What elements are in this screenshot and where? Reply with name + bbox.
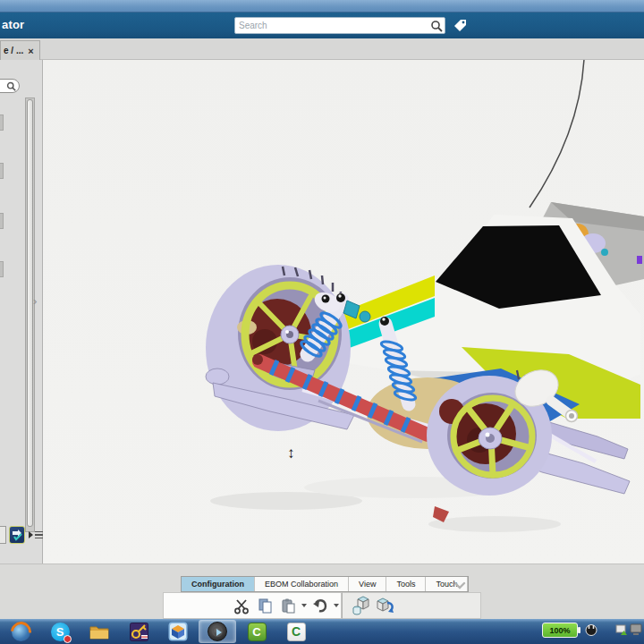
- rc-buggy-model[interactable]: [44, 60, 644, 564]
- tree-item-clipped: [0, 213, 4, 229]
- tab-close-icon[interactable]: ×: [28, 47, 33, 55]
- ribbon-area: Configuration EBOM Collaboration View To…: [0, 564, 644, 619]
- sync-structure-icon[interactable]: [373, 594, 396, 617]
- ribbon-tab-tools[interactable]: Tools: [386, 577, 426, 591]
- cut-icon[interactable]: [230, 594, 253, 617]
- app-title: ator: [2, 18, 24, 31]
- search-input[interactable]: [235, 21, 428, 30]
- display-tray-icon[interactable]: [630, 623, 642, 640]
- license-key-icon: [130, 623, 148, 641]
- document-tabbar: e / ... ×: [0, 38, 644, 60]
- panel-expand-chevron-icon[interactable]: ›: [33, 295, 37, 307]
- ribbon-tab-configuration[interactable]: Configuration: [182, 577, 255, 591]
- battery-label: 100%: [549, 626, 570, 635]
- battery-indicator[interactable]: 100%: [542, 623, 578, 638]
- skype-busy-badge: [64, 635, 72, 643]
- scrollbar-thumb[interactable]: [27, 99, 33, 527]
- sidebar-scrollbar[interactable]: [25, 97, 35, 532]
- validate-structure-icon[interactable]: [9, 526, 25, 544]
- paste-dropdown-icon[interactable]: [301, 604, 307, 607]
- app-banner: ator: [0, 13, 644, 38]
- windows-taskbar: S C C 100%: [0, 619, 644, 644]
- remove-hardware-icon[interactable]: [615, 623, 628, 640]
- model-toolbar: [342, 592, 481, 619]
- skype-icon: S: [51, 623, 70, 641]
- taskbar-item-file-explorer[interactable]: [80, 620, 118, 643]
- partial-clipped-icon[interactable]: [0, 526, 6, 544]
- tag-icon[interactable]: [453, 18, 468, 37]
- motion-controller-icon: [208, 622, 227, 641]
- edit-toolbar: [163, 592, 342, 619]
- camtasia-studio-icon: C: [287, 623, 306, 641]
- taskbar-item-camtasia-recorder[interactable]: C: [238, 620, 275, 643]
- taskbar-item-skype[interactable]: S: [41, 620, 79, 643]
- power-plug-icon[interactable]: [583, 623, 599, 640]
- window-titlebar[interactable]: [0, 0, 644, 13]
- taskbar-item-camtasia-studio[interactable]: C: [277, 620, 315, 643]
- document-tab-label: e / ...: [4, 46, 23, 55]
- vertical-resize-cursor: ↕: [287, 445, 295, 462]
- document-tab[interactable]: e / ... ×: [0, 40, 40, 60]
- sidebar-bottom-toolbar: [0, 524, 43, 546]
- undo-dropdown-icon[interactable]: [334, 604, 339, 607]
- undo-icon[interactable]: [309, 594, 332, 617]
- ribbon-tab-view[interactable]: View: [349, 577, 386, 591]
- 3d-viewport[interactable]: ↕: [44, 60, 644, 564]
- copy-icon[interactable]: [253, 594, 276, 617]
- taskbar-item-firefox[interactable]: [2, 620, 39, 643]
- taskbar-item-license-key-tool[interactable]: [120, 620, 157, 643]
- ribbon-tab-ebom-collaboration[interactable]: EBOM Collaboration: [255, 577, 349, 591]
- tree-item-clipped: [0, 163, 4, 179]
- structure-sidebar: ›: [0, 60, 43, 564]
- firefox-icon: [12, 623, 30, 641]
- application-window: ator e / ... × ›: [0, 0, 644, 644]
- paste-icon[interactable]: [276, 594, 300, 617]
- camtasia-recorder-icon: C: [248, 623, 267, 641]
- sidebar-search[interactable]: [0, 79, 20, 93]
- load-structure-icon[interactable]: [350, 594, 373, 617]
- menu-list-icon[interactable]: [35, 531, 43, 539]
- folder-icon: [89, 623, 109, 640]
- expand-arrow-icon[interactable]: [29, 531, 33, 538]
- global-search[interactable]: [234, 17, 445, 34]
- cad-viewer-icon: [168, 622, 188, 641]
- search-icon[interactable]: [428, 19, 445, 33]
- taskbar-item-cad-viewer[interactable]: [159, 620, 197, 643]
- antenna[interactable]: [530, 60, 584, 208]
- tree-item-clipped: [0, 114, 4, 131]
- taskbar-item-motion-controller[interactable]: [199, 620, 236, 643]
- tree-item-clipped: [0, 261, 4, 277]
- sidebar-search-icon: [6, 81, 16, 91]
- ribbon-tabbar: Configuration EBOM Collaboration View To…: [181, 576, 469, 592]
